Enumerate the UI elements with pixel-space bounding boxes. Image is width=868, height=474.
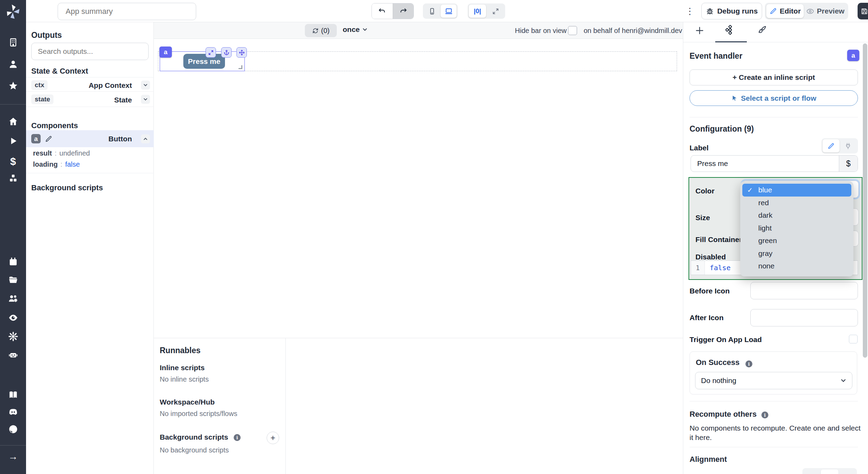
hide-bar-checkbox[interactable] — [568, 26, 577, 35]
dollar-icon[interactable]: $ — [0, 156, 26, 167]
divider — [26, 173, 154, 173]
expand-canvas-button[interactable] — [487, 5, 504, 18]
trigger-on-app-load-checkbox[interactable] — [849, 335, 858, 343]
workspace-hub-title: Workspace/Hub — [160, 398, 215, 406]
info-icon[interactable]: i — [234, 434, 241, 441]
folder-icon[interactable] — [8, 275, 18, 285]
bug-icon — [706, 7, 714, 15]
arrow-right-icon[interactable]: → — [0, 451, 26, 462]
rename-pencil-icon[interactable] — [45, 135, 52, 143]
runnables-title: Runnables — [160, 346, 201, 355]
panel-scrollbar[interactable] — [863, 43, 867, 358]
calendar-icon[interactable] — [8, 257, 18, 267]
before-icon-field-label: Before Icon — [690, 287, 730, 295]
star-icon[interactable] — [8, 81, 18, 91]
label-value-input[interactable] — [691, 159, 839, 168]
ctx-expand-button[interactable] — [141, 81, 150, 90]
play-icon[interactable] — [8, 136, 18, 146]
cubes-icon[interactable] — [8, 173, 18, 183]
schedule-dropdown[interactable]: once — [343, 25, 368, 34]
search-outputs-input[interactable] — [31, 43, 149, 60]
result-output-row[interactable]: result:undefined — [33, 149, 90, 157]
divider — [26, 91, 154, 92]
header: |0| ⋮ Debug runs Editor Preview Save — [26, 0, 868, 22]
static-mode-button[interactable] — [823, 139, 840, 152]
center-content-button[interactable]: |0| — [469, 5, 486, 18]
color-option-label: dark — [758, 211, 773, 219]
home-icon[interactable] — [8, 117, 18, 126]
separator: : — [55, 149, 57, 157]
color-option[interactable]: none — [742, 260, 851, 273]
sidebar-divider — [0, 445, 26, 446]
undo-button[interactable] — [372, 3, 393, 19]
color-option[interactable]: red — [742, 197, 851, 209]
debug-runs-button[interactable]: Debug runs — [701, 3, 762, 19]
outputs-panel: Outputs State & Context ctx App Context … — [26, 22, 154, 474]
save-icon — [861, 8, 868, 15]
windmill-logo-icon[interactable] — [5, 3, 21, 20]
color-option-label: none — [758, 262, 775, 270]
before-icon-input[interactable] — [750, 282, 858, 299]
alignment-toggle-partial[interactable] — [802, 468, 857, 474]
person-icon[interactable] — [8, 59, 18, 69]
code-content: false — [705, 261, 731, 275]
select-script-button[interactable]: Select a script or flow — [690, 90, 858, 106]
color-option[interactable]: gray — [742, 247, 851, 260]
save-button[interactable]: Save — [858, 3, 868, 19]
redo-button[interactable] — [393, 3, 414, 19]
state-badge[interactable]: state — [31, 94, 53, 104]
editor-tab[interactable]: Editor — [766, 4, 804, 18]
move-component-handle[interactable] — [236, 47, 247, 58]
add-background-script-button[interactable]: + — [267, 432, 279, 444]
color-option[interactable]: green — [742, 234, 851, 247]
after-icon-input[interactable] — [750, 309, 858, 326]
state-expand-button[interactable] — [141, 95, 150, 104]
eye-icon[interactable] — [8, 313, 18, 323]
trigger-on-app-load-label: Trigger On App Load — [690, 335, 762, 344]
create-inline-script-button[interactable]: + Create an inline script — [690, 69, 858, 85]
styling-tab-brush-icon[interactable] — [757, 25, 767, 35]
component-collapse-button[interactable] — [141, 134, 150, 143]
layout-toggle-group: |0| — [468, 3, 505, 19]
plug-icon — [844, 142, 852, 150]
refresh-button[interactable]: (0) — [305, 24, 337, 37]
robot-icon[interactable] — [8, 350, 18, 360]
component-settings-tab-icon[interactable] — [725, 25, 735, 35]
resize-handle[interactable] — [239, 65, 242, 69]
users-gear-icon[interactable] — [8, 294, 18, 303]
info-icon[interactable]: i — [745, 360, 752, 367]
color-option[interactable]: dark — [742, 209, 851, 222]
connect-value-button[interactable]: $ — [839, 156, 858, 172]
discord-icon[interactable] — [8, 407, 18, 417]
anchor-component-handle[interactable] — [221, 47, 232, 58]
info-icon[interactable]: i — [761, 411, 768, 418]
building-icon[interactable] — [8, 38, 18, 47]
color-option-label: red — [758, 199, 769, 207]
divider — [690, 117, 858, 117]
insert-component-tab-plus-icon[interactable] — [695, 26, 704, 35]
gear-icon[interactable] — [8, 332, 18, 341]
expand-component-handle[interactable] — [206, 47, 216, 58]
result-value: undefined — [59, 149, 90, 157]
on-success-select[interactable]: Do nothing — [695, 372, 852, 389]
cursor-pointer-icon — [731, 95, 738, 101]
book-icon[interactable] — [8, 390, 18, 400]
background-scripts-title: Background scripts — [31, 183, 103, 192]
kebab-menu-button[interactable]: ⋮ — [684, 4, 695, 18]
divider — [690, 447, 858, 447]
expand-icon — [208, 50, 214, 56]
desktop-view-button[interactable] — [441, 5, 457, 18]
connect-mode-button[interactable] — [840, 139, 857, 152]
laptop-icon — [445, 7, 453, 15]
app-summary-input[interactable] — [58, 3, 196, 20]
preview-tab[interactable]: Preview — [804, 7, 847, 15]
move-icon — [239, 50, 245, 56]
loading-output-row[interactable]: loading:false — [33, 160, 80, 168]
mobile-view-button[interactable] — [424, 5, 440, 18]
color-option[interactable]: ✓ blue — [742, 184, 851, 197]
github-icon[interactable] — [8, 424, 18, 434]
color-option[interactable]: light — [742, 222, 851, 235]
app-canvas[interactable]: Press me a — [154, 39, 683, 338]
canvas-button-component[interactable]: Press me — [183, 54, 225, 69]
ctx-badge[interactable]: ctx — [31, 80, 48, 90]
